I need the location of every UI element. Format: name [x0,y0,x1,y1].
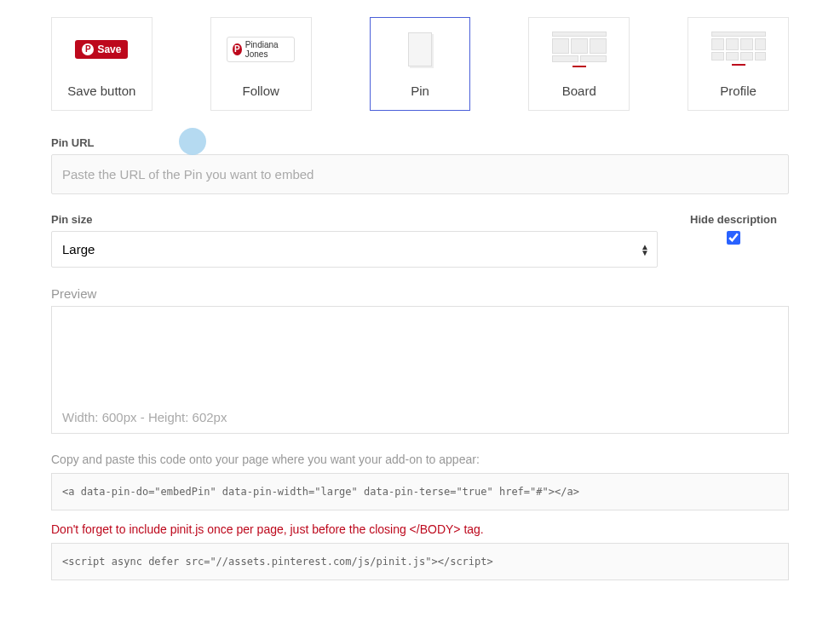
copy-hint: Copy and paste this code onto your page … [51,453,789,466]
tab-label: Follow [243,84,279,98]
follow-thumbnail: P Pindiana Jones [227,31,295,68]
pinit-warning: Don't forget to include pinit.js once pe… [51,522,789,536]
save-pill-text: Save [97,43,121,55]
tab-label: Pin [411,84,429,98]
tab-label: Profile [720,84,757,98]
pin-card-icon [408,32,432,66]
preview-dimensions: Width: 600px - Height: 602px [62,410,227,424]
tab-pin[interactable]: Pin [370,17,471,111]
pin-url-label: Pin URL [51,136,789,149]
hide-description-group: Hide description [678,213,789,247]
follow-pill-text: Pindiana Jones [245,40,289,59]
widget-type-tabs: P Save Save button P Pindiana Jones Foll… [51,17,789,111]
tab-follow[interactable]: P Pindiana Jones Follow [210,17,312,111]
tab-board[interactable]: Board [528,17,630,111]
tab-save-button[interactable]: P Save Save button [51,17,152,111]
pin-size-select[interactable]: Large [51,231,658,268]
profile-thumbnail [705,31,773,68]
preview-box: Width: 600px - Height: 602px [51,306,789,434]
pin-thumbnail [386,31,454,68]
tab-label: Save button [67,84,135,98]
hide-description-label: Hide description [678,213,789,226]
tab-profile[interactable]: Profile [688,17,789,111]
embed-code-box[interactable]: <a data-pin-do="embedPin" data-pin-width… [51,473,789,510]
pin-size-group: Pin size Large ▲▼ [51,213,658,268]
board-thumbnail [545,31,613,68]
follow-pill: P Pindiana Jones [227,37,295,62]
pin-url-group: Pin URL [51,136,789,194]
cursor-indicator-icon [179,128,206,155]
tab-label: Board [562,84,596,98]
embed-code-group: Copy and paste this code onto your page … [51,453,789,580]
script-code-box[interactable]: <script async defer src="//assets.pinter… [51,543,789,580]
preview-group: Preview Width: 600px - Height: 602px [51,286,789,434]
pinterest-icon: P [82,43,94,55]
pin-url-input[interactable] [51,154,789,194]
save-button-thumbnail: P Save [67,31,135,68]
pinterest-icon: P [233,43,242,55]
save-pill: P Save [75,40,128,59]
preview-label: Preview [51,286,789,301]
pin-size-label: Pin size [51,213,658,226]
hide-description-checkbox[interactable] [727,231,740,245]
